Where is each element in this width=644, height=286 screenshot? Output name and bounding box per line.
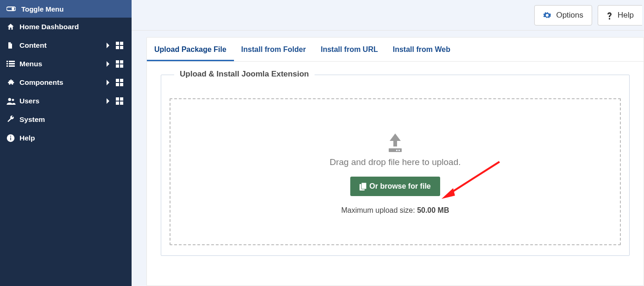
toggle-menu-label: Toggle Menu xyxy=(21,5,63,13)
svg-rect-23 xyxy=(120,97,123,101)
svg-rect-11 xyxy=(9,65,15,67)
info-icon xyxy=(6,134,19,142)
svg-rect-33 xyxy=(361,183,366,189)
svg-rect-25 xyxy=(120,102,123,105)
tab-install-folder[interactable]: Install from Folder xyxy=(234,38,314,61)
chevron-right-icon xyxy=(106,42,116,49)
tab-upload-package[interactable]: Upload Package File xyxy=(147,38,234,61)
browse-label: Or browse for file xyxy=(369,182,430,191)
svg-rect-19 xyxy=(120,83,123,86)
sidebar-item-label: System xyxy=(19,115,125,124)
users-icon xyxy=(6,97,19,105)
svg-point-21 xyxy=(12,99,14,101)
svg-rect-4 xyxy=(116,46,119,49)
home-icon xyxy=(6,23,19,31)
options-label: Options xyxy=(556,11,583,20)
svg-rect-27 xyxy=(10,138,11,140)
upload-fieldset: Upload & Install Joomla Extension Drag a… xyxy=(161,75,630,256)
svg-rect-22 xyxy=(116,97,119,101)
main-content: Options Help Upload Package File Install… xyxy=(132,0,644,286)
chevron-right-icon xyxy=(106,79,116,86)
svg-rect-8 xyxy=(6,63,8,64)
svg-rect-14 xyxy=(116,64,119,68)
file-dropzone[interactable]: Drag and drop file here to upload. Or br… xyxy=(170,98,621,245)
chevron-right-icon xyxy=(106,98,116,104)
help-label: Help xyxy=(618,11,634,20)
sidebar-item-label: Home Dashboard xyxy=(19,23,125,31)
options-button[interactable]: Options xyxy=(534,5,592,25)
puzzle-icon xyxy=(6,78,19,87)
sidebar: Toggle Menu Home Dashboard Content Menus xyxy=(0,0,132,286)
tab-install-url[interactable]: Install from URL xyxy=(313,38,385,61)
sidebar-item-help[interactable]: Help xyxy=(0,129,132,147)
fieldset-legend: Upload & Install Joomla Extension xyxy=(174,70,315,79)
sidebar-item-users[interactable]: Users xyxy=(0,92,132,110)
help-button[interactable]: Help xyxy=(598,5,642,25)
copy-icon xyxy=(360,183,366,191)
svg-rect-15 xyxy=(120,64,123,68)
install-panel: Upload Package File Install from Folder … xyxy=(146,37,644,286)
toggle-menu-button[interactable]: Toggle Menu xyxy=(0,0,132,18)
dashboard-icon[interactable] xyxy=(116,60,125,68)
list-icon xyxy=(6,61,19,67)
svg-point-1 xyxy=(12,7,14,10)
sidebar-item-label: Menus xyxy=(19,60,106,68)
svg-rect-13 xyxy=(120,60,123,64)
question-icon xyxy=(606,11,613,20)
sidebar-item-label: Components xyxy=(19,78,106,87)
sidebar-nav: Home Dashboard Content Menus Components xyxy=(0,18,132,147)
install-tabs: Upload Package File Install from Folder … xyxy=(147,38,644,62)
svg-rect-28 xyxy=(10,136,11,137)
svg-rect-31 xyxy=(398,150,400,151)
sidebar-item-label: Content xyxy=(19,41,106,50)
sidebar-item-components[interactable]: Components xyxy=(0,73,132,92)
svg-rect-18 xyxy=(116,83,119,86)
browse-file-button[interactable]: Or browse for file xyxy=(350,177,440,196)
dropzone-text: Drag and drop file here to upload. xyxy=(180,157,611,167)
dashboard-icon[interactable] xyxy=(116,79,125,86)
svg-rect-16 xyxy=(116,79,119,82)
sidebar-item-content[interactable]: Content xyxy=(0,36,132,55)
toggle-icon xyxy=(6,6,16,12)
sidebar-item-label: Users xyxy=(19,97,106,105)
svg-rect-10 xyxy=(6,65,8,67)
svg-rect-17 xyxy=(120,79,123,82)
svg-rect-3 xyxy=(120,42,123,45)
sidebar-item-home[interactable]: Home Dashboard xyxy=(0,18,132,36)
svg-rect-30 xyxy=(396,150,398,151)
dashboard-icon[interactable] xyxy=(116,97,125,105)
upload-cloud-icon xyxy=(180,131,611,155)
wrench-icon xyxy=(6,115,19,124)
svg-rect-5 xyxy=(120,46,123,49)
topbar: Options Help xyxy=(132,0,644,31)
max-upload-size: Maximum upload size: 50.00 MB xyxy=(180,206,611,215)
svg-rect-6 xyxy=(6,61,8,62)
sidebar-item-label: Help xyxy=(19,134,125,142)
svg-rect-12 xyxy=(116,60,119,64)
file-icon xyxy=(6,41,19,50)
chevron-right-icon xyxy=(106,61,116,67)
svg-point-20 xyxy=(8,98,11,101)
svg-marker-35 xyxy=(442,188,455,199)
svg-rect-2 xyxy=(116,42,119,45)
svg-rect-7 xyxy=(9,61,15,62)
sidebar-item-menus[interactable]: Menus xyxy=(0,55,132,73)
svg-rect-9 xyxy=(9,63,15,64)
gear-icon xyxy=(543,11,551,19)
dashboard-icon[interactable] xyxy=(116,42,125,49)
tab-install-web[interactable]: Install from Web xyxy=(385,38,458,61)
sidebar-item-system[interactable]: System xyxy=(0,110,132,129)
svg-rect-24 xyxy=(116,102,119,105)
